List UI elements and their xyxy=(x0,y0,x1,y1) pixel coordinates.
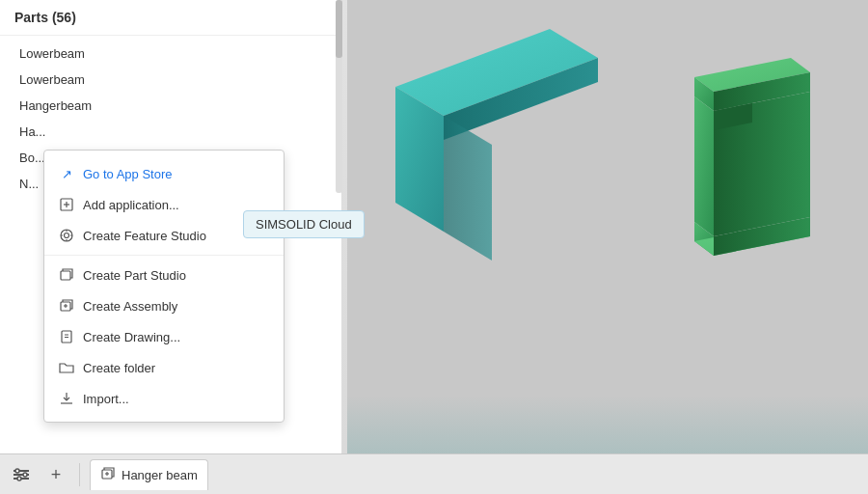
scrollbar-thumb[interactable] xyxy=(336,0,342,58)
feature-studio-icon xyxy=(58,227,75,244)
add-application-label: Add application... xyxy=(83,198,179,212)
tab-label: Hanger beam xyxy=(122,468,198,482)
menu-section-app: ↗ Go to App Store Add application... xyxy=(44,154,284,256)
main-canvas: Parts (56) Lowerbeam Lowerbeam Hangerbea… xyxy=(0,0,868,494)
teal-shape xyxy=(376,10,665,280)
scrollbar-track[interactable] xyxy=(336,0,342,193)
settings-button[interactable] xyxy=(8,461,35,488)
menu-item-import[interactable]: Import... xyxy=(44,383,284,414)
import-label: Import... xyxy=(83,392,129,406)
menu-section-create: Create Part Studio Create Assembly xyxy=(44,256,284,418)
svg-point-37 xyxy=(17,477,21,480)
app-store-icon: ↗ xyxy=(58,165,75,182)
menu-item-create-assembly[interactable]: Create Assembly xyxy=(44,290,284,321)
svg-point-18 xyxy=(65,233,69,238)
menu-item-create-folder[interactable]: Create folder xyxy=(44,352,284,383)
add-icon: + xyxy=(51,466,62,483)
create-assembly-label: Create Assembly xyxy=(83,299,177,314)
folder-icon xyxy=(58,359,75,376)
model-area xyxy=(347,0,868,453)
svg-point-36 xyxy=(23,473,27,477)
svg-marker-3 xyxy=(444,116,492,261)
tooltip-bubble: SIMSOLID Cloud xyxy=(243,210,365,238)
part-studio-icon xyxy=(58,266,75,284)
add-application-icon xyxy=(58,196,75,213)
import-icon xyxy=(58,390,75,407)
part-item-hangerbeam[interactable]: Hangerbeam xyxy=(0,93,341,119)
create-drawing-label: Create Drawing... xyxy=(83,330,180,344)
toolbar-divider xyxy=(79,463,80,486)
assembly-icon xyxy=(58,297,75,315)
add-tab-button[interactable]: + xyxy=(42,461,69,488)
context-menu: ↗ Go to App Store Add application... xyxy=(43,150,285,423)
menu-item-create-drawing[interactable]: Create Drawing... xyxy=(44,321,284,352)
tab-icon xyxy=(100,466,116,484)
svg-rect-23 xyxy=(61,271,70,280)
part-item-ha[interactable]: Ha... xyxy=(0,119,341,145)
create-part-studio-label: Create Part Studio xyxy=(83,268,186,283)
create-feature-studio-label: Create Feature Studio xyxy=(83,229,206,243)
svg-marker-7 xyxy=(694,96,714,236)
menu-item-create-part-studio[interactable]: Create Part Studio xyxy=(44,260,284,290)
bottom-toolbar: + Hanger beam xyxy=(0,453,868,494)
drawing-icon xyxy=(58,328,75,345)
parts-header: Parts (56) xyxy=(0,0,341,36)
menu-item-app-store[interactable]: ↗ Go to App Store xyxy=(44,158,284,189)
go-to-app-store-label: Go to App Store xyxy=(83,167,173,181)
hanger-beam-tab[interactable]: Hanger beam xyxy=(90,459,208,490)
svg-point-35 xyxy=(15,469,19,473)
create-folder-label: Create folder xyxy=(83,361,155,375)
tooltip-label: SIMSOLID Cloud xyxy=(256,217,352,232)
part-item-lowerbeam-2[interactable]: Lowerbeam xyxy=(0,67,341,93)
part-item-lowerbeam-1[interactable]: Lowerbeam xyxy=(0,41,341,67)
green-shape xyxy=(665,48,858,338)
